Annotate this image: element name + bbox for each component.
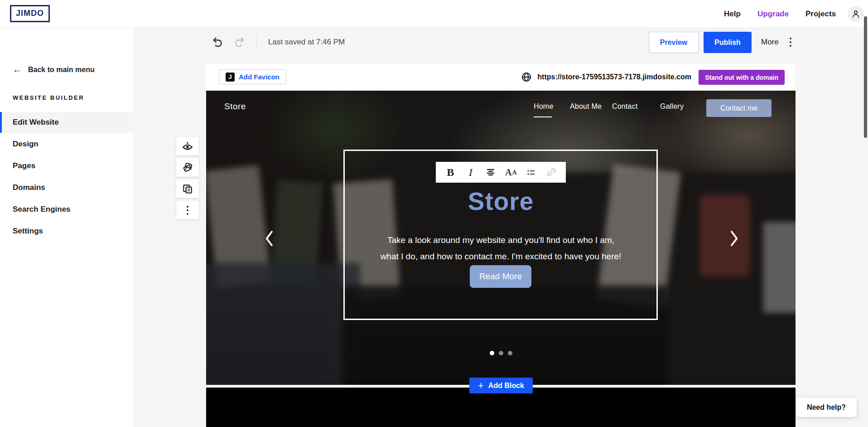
add-favicon-button[interactable]: J Add Favicon [219, 69, 286, 84]
italic-button[interactable]: I [463, 165, 478, 180]
undo-button[interactable] [211, 35, 224, 49]
top-bar: JIMDO Help Upgrade Projects [0, 0, 868, 28]
last-saved-status: Last saved at 7:46 PM [268, 38, 345, 47]
list-button[interactable] [523, 165, 539, 180]
projects-link[interactable]: Projects [805, 10, 836, 19]
align-center-button[interactable] [483, 165, 498, 180]
sidebar-item-domains[interactable]: Domains [0, 177, 133, 198]
font-style-button[interactable]: AA [503, 165, 519, 180]
hero-title[interactable]: Store [206, 187, 796, 216]
text-format-toolbar: B I AA [436, 162, 566, 183]
nav-link-gallery[interactable]: Gallery [660, 102, 684, 111]
site-navbar: Store Home About Me Contact Gallery Cont… [206, 91, 796, 122]
undo-icon [211, 35, 224, 48]
carousel-dot-3[interactable] [508, 351, 512, 355]
help-link[interactable]: Help [724, 10, 741, 19]
site-url[interactable]: https://store-1759513573-7178.jimdosite.… [537, 73, 691, 81]
favicon-placeholder-icon: J [226, 73, 235, 82]
eye-icon [182, 141, 193, 152]
read-more-button[interactable]: Read More [470, 265, 531, 288]
style-swatches-icon [182, 162, 193, 174]
copy-icon [182, 183, 193, 195]
carousel-prev-button[interactable] [260, 229, 279, 249]
nav-link-contact[interactable]: Contact [612, 102, 638, 111]
globe-icon [521, 72, 532, 82]
align-center-icon [485, 167, 496, 178]
sidebar-item-settings[interactable]: Settings [0, 221, 133, 242]
about-me-section[interactable]: About Me [206, 388, 796, 427]
need-help-button[interactable]: Need help? [796, 398, 857, 417]
nav-active-underline [534, 116, 552, 117]
preview-button[interactable]: Preview [649, 32, 699, 53]
about-me-title: About Me [206, 424, 796, 427]
redo-button[interactable] [233, 35, 246, 49]
account-avatar[interactable] [848, 6, 864, 22]
bold-button[interactable]: B [443, 165, 458, 180]
back-label: Back to main menu [28, 66, 95, 74]
sidebar-item-search-engines[interactable]: Search Engines [0, 199, 133, 220]
toolbar-divider [256, 35, 256, 49]
block-menu-button[interactable] [176, 201, 199, 219]
scrollbar-thumb[interactable] [864, 16, 867, 138]
add-favicon-label: Add Favicon [239, 73, 280, 81]
block-tools-toolbar [176, 137, 199, 219]
nav-link-home[interactable]: Home [534, 102, 553, 111]
sidebar-item-edit-website[interactable]: Edit Website [0, 112, 133, 133]
chevron-right-icon [727, 229, 741, 247]
jimdo-logo[interactable]: JIMDO [10, 5, 50, 22]
carousel-dot-1[interactable] [490, 351, 494, 355]
sidebar-item-design[interactable]: Design [0, 134, 133, 155]
carousel-dots [206, 351, 796, 355]
upgrade-link[interactable]: Upgrade [757, 10, 789, 19]
plus-icon: + [478, 381, 484, 391]
domain-upsell-button[interactable]: Stand out with a domain [699, 70, 785, 85]
hide-block-button[interactable] [176, 137, 199, 155]
sidebar: ← Back to main menu WEBSITE BUILDER Edit… [0, 28, 133, 427]
back-to-main-menu[interactable]: ← Back to main menu [13, 64, 95, 75]
site-brand[interactable]: Store [224, 102, 246, 112]
back-arrow-icon: ← [13, 64, 22, 75]
vertical-dots-icon [786, 36, 795, 48]
carousel-next-button[interactable] [725, 229, 743, 249]
block-style-button[interactable] [176, 158, 199, 177]
more-button[interactable]: More [761, 38, 779, 47]
sidebar-item-pages[interactable]: Pages [0, 155, 133, 176]
site-url-bar: J Add Favicon https://store-1759513573-7… [206, 63, 796, 91]
duplicate-block-button[interactable] [176, 180, 199, 198]
sidebar-section-title: WEBSITE BUILDER [13, 94, 84, 101]
nav-link-about-me[interactable]: About Me [570, 102, 602, 111]
carousel-dot-2[interactable] [499, 351, 503, 355]
link-button[interactable] [544, 165, 559, 180]
vertical-dots-icon [183, 204, 192, 216]
list-icon [526, 167, 536, 178]
redo-icon [233, 35, 246, 48]
user-icon [851, 9, 861, 19]
chevron-left-icon [263, 229, 276, 247]
publish-button[interactable]: Publish [704, 32, 752, 53]
hero-body-text[interactable]: Take a look around my website and you'll… [377, 232, 624, 265]
add-block-button[interactable]: + Add Block [469, 378, 533, 393]
link-icon [546, 167, 557, 178]
contact-me-button[interactable]: Contact me [706, 99, 772, 117]
website-preview-canvas[interactable]: Store Home About Me Contact Gallery Cont… [206, 91, 796, 385]
more-menu-dots[interactable] [786, 36, 795, 49]
